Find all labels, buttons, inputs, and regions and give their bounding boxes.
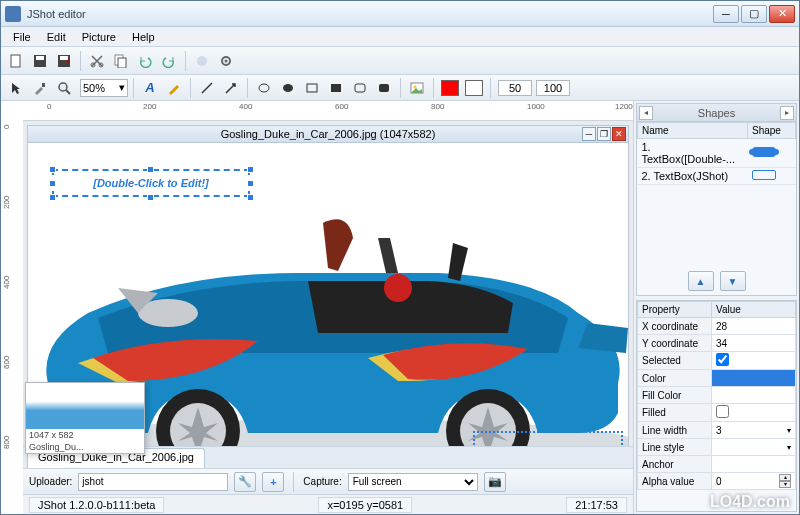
prop-linestyle-input[interactable]: [716, 442, 787, 453]
rounded-rect-tool[interactable]: [349, 77, 371, 99]
textbox-edit-hint[interactable]: [Double-Click to Edit!]: [52, 169, 250, 197]
resize-handle-w[interactable]: [49, 180, 56, 187]
svg-text:*: *: [66, 57, 71, 68]
menu-help[interactable]: Help: [124, 29, 163, 45]
eyedropper-icon: [33, 81, 47, 95]
shape-row[interactable]: 1. TextBox([Double-...: [638, 139, 796, 168]
rect-tool[interactable]: [301, 77, 323, 99]
filled-rect-icon: [329, 81, 343, 95]
resize-handle-nw[interactable]: [49, 166, 56, 173]
menubar: File Edit Picture Help: [1, 27, 799, 47]
svg-rect-18: [331, 84, 341, 92]
move-down-button[interactable]: ▼: [720, 271, 746, 291]
new-button[interactable]: [5, 50, 27, 72]
background-color[interactable]: [465, 80, 483, 96]
prop-y-input[interactable]: [716, 338, 791, 349]
prop-anchor-cell[interactable]: [712, 456, 796, 473]
prop-color-swatch[interactable]: [712, 370, 796, 387]
linestyle-dropdown[interactable]: ▾: [787, 443, 791, 452]
filled-ellipse-icon: [281, 81, 295, 95]
uploader-settings-button[interactable]: 🔧: [234, 472, 256, 492]
line-tool[interactable]: [196, 77, 218, 99]
shapes-collapse-right[interactable]: ▸: [780, 106, 794, 120]
redo-button[interactable]: [158, 50, 180, 72]
prop-linewidth-input[interactable]: [716, 425, 787, 436]
copy-icon: [114, 54, 128, 68]
zoom-dropdown[interactable]: 50%▾: [80, 79, 128, 97]
cut-button[interactable]: [86, 50, 108, 72]
image-tool[interactable]: [406, 77, 428, 99]
filled-ellipse-tool[interactable]: [277, 77, 299, 99]
resize-handle-e[interactable]: [247, 180, 254, 187]
shape-preview-icon: [752, 170, 776, 180]
text-tool[interactable]: A: [139, 77, 161, 99]
menu-picture[interactable]: Picture: [74, 29, 124, 45]
doc-close-button[interactable]: ✕: [612, 127, 626, 141]
prop-selected-checkbox[interactable]: [716, 353, 729, 366]
textbox-jshot[interactable]: JShot: [473, 431, 623, 446]
svg-point-14: [59, 83, 67, 91]
menu-file[interactable]: File: [5, 29, 39, 45]
foreground-color[interactable]: [441, 80, 459, 96]
move-up-button[interactable]: ▲: [688, 271, 714, 291]
capture-dropdown[interactable]: Full screen: [348, 473, 478, 491]
alpha-up-button[interactable]: ▴: [779, 474, 791, 481]
status-coords: x=0195 y=0581: [318, 497, 412, 513]
text-icon: A: [145, 80, 154, 95]
svg-rect-19: [355, 84, 365, 92]
doc-minimize-button[interactable]: ─: [582, 127, 596, 141]
uploader-field[interactable]: [78, 473, 228, 491]
resize-handle-n[interactable]: [147, 166, 154, 173]
resize-handle-ne[interactable]: [247, 166, 254, 173]
save-as-button[interactable]: *: [53, 50, 75, 72]
thumbnail-name: Gosling_Du...: [26, 441, 144, 453]
camera-icon: 📷: [488, 475, 502, 488]
ellipse-tool[interactable]: [253, 77, 275, 99]
close-button[interactable]: ✕: [769, 5, 795, 23]
image-icon: [410, 81, 424, 95]
thumbnail-panel[interactable]: 1047 x 582 Gosling_Du...: [25, 382, 145, 454]
plus-icon: +: [270, 476, 276, 488]
thumbnail-dims: 1047 x 582: [26, 429, 144, 441]
content-area: 0 200 400 600 800 0 200 400 600 800 1000…: [1, 101, 799, 514]
ellipse-icon: [257, 81, 271, 95]
save-button[interactable]: [29, 50, 51, 72]
settings-button[interactable]: [215, 50, 237, 72]
width-field[interactable]: 50: [498, 80, 532, 96]
undo-button[interactable]: [134, 50, 156, 72]
add-button[interactable]: +: [262, 472, 284, 492]
minimize-button[interactable]: ─: [713, 5, 739, 23]
filled-rounded-rect-icon: [377, 81, 391, 95]
maximize-button[interactable]: ▢: [741, 5, 767, 23]
prop-x-input[interactable]: [716, 321, 791, 332]
picker-tool[interactable]: [29, 77, 51, 99]
filled-rounded-rect-tool[interactable]: [373, 77, 395, 99]
prop-alpha-input[interactable]: [716, 476, 779, 487]
shapes-collapse-left[interactable]: ◂: [639, 106, 653, 120]
copy-button[interactable]: [110, 50, 132, 72]
prop-filled-checkbox[interactable]: [716, 405, 729, 418]
doc-restore-button[interactable]: ❐: [597, 127, 611, 141]
rounded-rect-icon: [353, 81, 367, 95]
pointer-tool[interactable]: [5, 77, 27, 99]
filled-rect-tool[interactable]: [325, 77, 347, 99]
linewidth-dropdown[interactable]: ▾: [787, 426, 791, 435]
resize-handle-sw[interactable]: [49, 194, 56, 201]
arrow-tool[interactable]: [220, 77, 242, 99]
shape-row[interactable]: 2. TextBox(JShot): [638, 168, 796, 185]
zoom-tool[interactable]: [53, 77, 75, 99]
prop-fillcolor-swatch[interactable]: [712, 387, 796, 404]
gear-icon: [219, 54, 233, 68]
resize-handle-s[interactable]: [147, 194, 154, 201]
capture-button[interactable]: 📷: [484, 472, 506, 492]
uploader-label: Uploader:: [29, 476, 72, 487]
menu-edit[interactable]: Edit: [39, 29, 74, 45]
blur-button[interactable]: [191, 50, 213, 72]
svg-rect-20: [379, 84, 389, 92]
height-field[interactable]: 100: [536, 80, 570, 96]
properties-table: PropertyValue X coordinate Y coordinate …: [637, 301, 796, 490]
pencil-tool[interactable]: [163, 77, 185, 99]
resize-handle-se[interactable]: [247, 194, 254, 201]
svg-rect-2: [36, 56, 44, 60]
alpha-down-button[interactable]: ▾: [779, 481, 791, 488]
